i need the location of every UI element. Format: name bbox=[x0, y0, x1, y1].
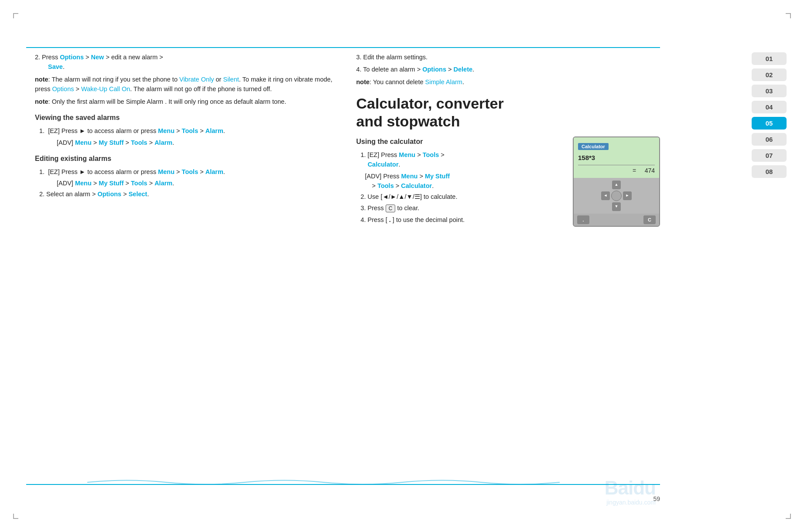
side-nav: 01 02 03 04 05 06 07 08 bbox=[752, 52, 791, 178]
page-number: 59 bbox=[653, 495, 660, 502]
editing-menu: Menu bbox=[158, 168, 174, 175]
editing-adv-tools: Tools bbox=[131, 180, 147, 187]
note1-text1: : The alarm will not ring if you set the… bbox=[48, 76, 179, 83]
viewing-menu: Menu bbox=[158, 127, 174, 134]
calc-expr: 158*3 bbox=[578, 153, 655, 163]
calc-bottom-row: . C bbox=[574, 214, 659, 226]
nav-item-03[interactable]: 03 bbox=[752, 85, 787, 97]
calc-down-btn: ▼ bbox=[612, 202, 621, 211]
nav-item-08[interactable]: 08 bbox=[752, 165, 787, 178]
corner-tr bbox=[786, 13, 791, 18]
note1-para: note: The alarm will not ring if you set… bbox=[35, 75, 339, 94]
calc-clear-btn-indicator: C bbox=[386, 205, 396, 212]
calc-c-btn: C bbox=[643, 215, 656, 224]
nav-item-06[interactable]: 06 bbox=[752, 133, 787, 146]
new-link: New bbox=[91, 54, 104, 61]
editing-adv-menu: Menu bbox=[75, 180, 92, 187]
note1-label: note bbox=[35, 76, 48, 83]
note3-dot: . bbox=[462, 78, 464, 85]
corner-bl bbox=[13, 514, 18, 519]
note1-or: or bbox=[214, 76, 223, 83]
viewing-tools: Tools bbox=[182, 127, 198, 134]
right-column: 3. Edit the alarm settings. 4. To delete… bbox=[356, 52, 660, 480]
baidu-url: jingyan.baidu.com bbox=[606, 499, 656, 506]
calc-left-btn: ◄ bbox=[601, 191, 610, 200]
note2-label: note bbox=[35, 98, 48, 105]
calc-screen-title: Calculator bbox=[578, 143, 609, 150]
calc-up-btn: ▲ bbox=[612, 181, 621, 189]
step3-text: 3. Edit the alarm settings. bbox=[356, 54, 428, 61]
wakeup-link: Wake-Up Call On bbox=[81, 85, 130, 92]
editing-adv-alarm: Alarm bbox=[154, 180, 172, 187]
calc-adv-mystuff: My Stuff bbox=[425, 173, 450, 180]
nav-item-05[interactable]: 05 bbox=[752, 117, 787, 130]
wave-decoration bbox=[87, 478, 560, 486]
step2-dot: . bbox=[63, 63, 65, 70]
baidu-logo-text: Baidu bbox=[605, 477, 656, 499]
editing-step1: 1. [EZ] Press ► to access alarm or press… bbox=[35, 167, 339, 177]
editing-tools: Tools bbox=[182, 168, 198, 175]
dot-label: . bbox=[389, 216, 391, 223]
editing-select: Select bbox=[129, 191, 147, 198]
nav-item-04[interactable]: 04 bbox=[752, 101, 787, 113]
note1-text3: . The alarm will not go off if the phone… bbox=[130, 85, 272, 92]
calc-nav-ring: ▲ ▼ ◄ ► bbox=[601, 181, 632, 211]
calc-menu: Menu bbox=[399, 151, 415, 158]
options2-link: Options bbox=[52, 85, 74, 92]
step2-sep2: > edit a new alarm > bbox=[104, 54, 163, 61]
editing-adv-mystuff: My Stuff bbox=[99, 180, 123, 187]
calc-dot-btn: . bbox=[577, 215, 589, 224]
viewing-step1: 1. [EZ] Press ► to access alarm or press… bbox=[35, 126, 339, 136]
editing-alarm: Alarm bbox=[205, 168, 223, 175]
save-link: Save bbox=[48, 63, 63, 70]
step4-delete: Delete bbox=[454, 66, 473, 73]
calc-screen: Calculator 158*3 = 474 bbox=[574, 137, 659, 178]
step4-options: Options bbox=[422, 66, 446, 73]
editing-title: Editing existing alarms bbox=[35, 153, 339, 164]
note1-sep: > bbox=[74, 85, 81, 92]
viewing-adv-tools: Tools bbox=[131, 139, 147, 146]
corner-tl bbox=[13, 13, 18, 18]
big-title-line1: Calculator, converter bbox=[356, 95, 504, 112]
note2-text: : Only the first alarm will be Simple Al… bbox=[48, 98, 287, 105]
simple-alarm-link: Simple Alarm bbox=[425, 78, 462, 85]
options-link: Options bbox=[60, 54, 84, 61]
top-border bbox=[26, 47, 660, 48]
page: 01 02 03 04 05 06 07 08 2. Press Options… bbox=[0, 0, 804, 532]
viewing-alarm: Alarm bbox=[205, 127, 223, 134]
note2-para: note: Only the first alarm will be Simpl… bbox=[35, 97, 339, 106]
step3-para: 3. Edit the alarm settings. bbox=[356, 52, 660, 62]
note3-label: note bbox=[356, 78, 370, 85]
watermark: Baidu jingyan.baidu.com bbox=[605, 477, 656, 506]
step2-para: 2. Press Options > New > edit a new alar… bbox=[35, 52, 339, 72]
calc-adv-calculator: Calculator bbox=[401, 182, 432, 189]
calc-center-btn bbox=[611, 191, 622, 201]
calculator-device: Calculator 158*3 = 474 ▲ ▼ ◄ ► bbox=[573, 136, 660, 227]
content-area: 2. Press Options > New > edit a new alar… bbox=[35, 52, 660, 480]
silent-link: Silent bbox=[223, 76, 239, 83]
vibrate-only-link: Vibrate Only bbox=[179, 76, 214, 83]
note3-para: note: You cannot delete Simple Alarm. bbox=[356, 77, 660, 87]
nav-item-07[interactable]: 07 bbox=[752, 149, 787, 162]
viewing-adv-menu: Menu bbox=[75, 139, 92, 146]
note3-text: : You cannot delete bbox=[369, 78, 425, 85]
step2-prefix: 2. Press bbox=[35, 54, 60, 61]
editing-options: Options bbox=[97, 191, 121, 198]
step4-dot: . bbox=[472, 66, 474, 73]
editing-step2: 2. Select an alarm > Options > Select. bbox=[35, 189, 339, 199]
calc-right-btn: ► bbox=[623, 191, 632, 200]
step4-para: 4. To delete an alarm > Options > Delete… bbox=[356, 65, 660, 74]
calc-result: = 474 bbox=[578, 165, 655, 176]
calc-adv-tools: Tools bbox=[377, 182, 394, 189]
nav-item-02[interactable]: 02 bbox=[752, 68, 787, 81]
left-column: 2. Press Options > New > edit a new alar… bbox=[35, 52, 339, 480]
step4-sep: > bbox=[446, 66, 454, 73]
calc-nav: ▲ ▼ ◄ ► bbox=[574, 178, 659, 214]
viewing-adv-mystuff: My Stuff bbox=[99, 139, 123, 146]
calc-tools: Tools bbox=[423, 151, 439, 158]
big-title-line2: and stopwatch bbox=[356, 113, 460, 130]
viewing-adv-alarm: Alarm bbox=[154, 139, 172, 146]
step2-sep1: > bbox=[84, 54, 91, 61]
calc-calculator: Calculator bbox=[368, 161, 399, 168]
nav-item-01[interactable]: 01 bbox=[752, 52, 787, 65]
